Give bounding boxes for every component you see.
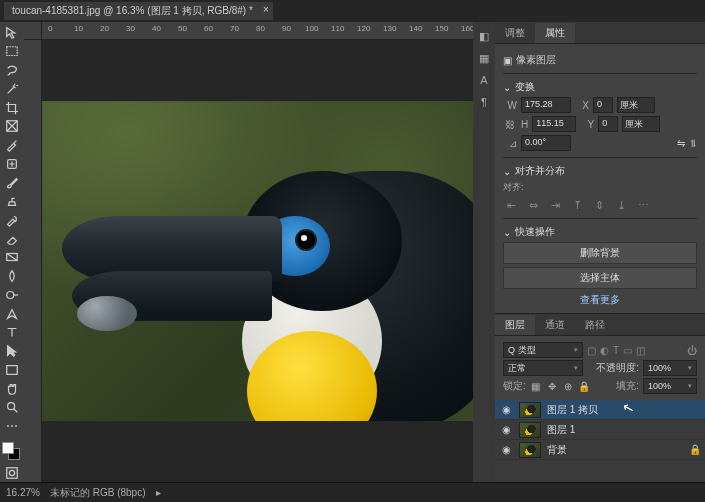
lock-position-icon[interactable]: ✥ bbox=[546, 381, 558, 392]
layer-thumbnail[interactable] bbox=[519, 402, 541, 418]
filter-smart-icon[interactable]: ◫ bbox=[636, 345, 645, 356]
horizontal-ruler[interactable]: 0 10 20 30 40 50 60 70 80 90 100 110 120… bbox=[42, 22, 473, 40]
frame-tool[interactable] bbox=[0, 118, 24, 136]
align-vcenter-icon[interactable]: ⇕ bbox=[591, 198, 607, 212]
filter-toggle-icon[interactable]: ⏻ bbox=[687, 345, 697, 356]
remove-background-button[interactable]: 删除背景 bbox=[503, 242, 697, 264]
align-right-icon[interactable]: ⇥ bbox=[547, 198, 563, 212]
see-more-link[interactable]: 查看更多 bbox=[503, 293, 697, 307]
distribute-more-icon[interactable]: ⋯ bbox=[635, 198, 651, 212]
layer-filter-type[interactable]: Q 类型▾ bbox=[503, 342, 583, 358]
lock-all-icon[interactable]: 🔒 bbox=[578, 381, 590, 392]
healing-tool[interactable] bbox=[0, 155, 24, 173]
width-field[interactable]: 175.28 bbox=[521, 97, 571, 113]
flip-horizontal-icon[interactable]: ⇋ bbox=[677, 138, 685, 149]
align-left-icon[interactable]: ⇤ bbox=[503, 198, 519, 212]
visibility-toggle-icon[interactable]: ◉ bbox=[499, 404, 513, 415]
align-hcenter-icon[interactable]: ⇔ bbox=[525, 198, 541, 212]
lock-icon: 🔒 bbox=[689, 444, 701, 455]
chevron-right-icon[interactable]: ▸ bbox=[156, 487, 161, 498]
fill-field[interactable]: 100%▾ bbox=[643, 378, 697, 394]
filter-adjust-icon[interactable]: ◐ bbox=[600, 345, 609, 356]
tab-paths[interactable]: 路径 bbox=[575, 315, 615, 335]
foreground-color-swatch[interactable] bbox=[2, 442, 14, 454]
link-wh-icon[interactable]: ⛓ bbox=[503, 119, 517, 130]
zoom-readout[interactable]: 16.27% bbox=[6, 487, 40, 498]
tab-adjustments[interactable]: 调整 bbox=[495, 23, 535, 43]
move-tool[interactable] bbox=[0, 24, 24, 42]
dodge-tool[interactable] bbox=[0, 286, 24, 304]
layer-list: ◉ 图层 1 拷贝 ◉ 图层 1 ◉ 背景 🔒 bbox=[495, 400, 705, 482]
layer-thumbnail[interactable] bbox=[519, 422, 541, 438]
tab-properties[interactable]: 属性 bbox=[535, 23, 575, 43]
properties-panel: ▣ 像素图层 ⌄ 变换 W 175.28 X 0 厘米 bbox=[495, 44, 705, 313]
opacity-field[interactable]: 100%▾ bbox=[643, 360, 697, 376]
tab-channels[interactable]: 通道 bbox=[535, 315, 575, 335]
x-label: X bbox=[575, 100, 589, 111]
ruler-tick: 40 bbox=[152, 24, 161, 33]
tab-layers[interactable]: 图层 bbox=[495, 315, 535, 335]
lasso-tool[interactable] bbox=[0, 61, 24, 79]
visibility-toggle-icon[interactable]: ◉ bbox=[499, 444, 513, 455]
height-field[interactable]: 115.15 bbox=[532, 116, 576, 132]
paragraph-panel-icon[interactable]: ¶ bbox=[476, 94, 492, 110]
x-field[interactable]: 0 bbox=[593, 97, 613, 113]
layer-thumbnail[interactable] bbox=[519, 442, 541, 458]
select-subject-button[interactable]: 选择主体 bbox=[503, 267, 697, 289]
filter-shape-icon[interactable]: ▭ bbox=[623, 345, 632, 356]
filter-type-icon[interactable]: T bbox=[613, 345, 619, 356]
lock-pixels-icon[interactable]: ▦ bbox=[530, 381, 542, 392]
layer-name[interactable]: 图层 1 拷贝 bbox=[547, 403, 598, 417]
flip-vertical-icon[interactable]: ⥮ bbox=[689, 138, 697, 149]
type-panel-icon[interactable]: A bbox=[476, 72, 492, 88]
type-tool[interactable] bbox=[0, 324, 24, 342]
quick-section-header[interactable]: ⌄ 快速操作 bbox=[503, 225, 697, 239]
document-tab[interactable]: toucan-4185381.jpg @ 16.3% (图层 1 拷贝, RGB… bbox=[4, 2, 273, 20]
lock-artboard-icon[interactable]: ⊕ bbox=[562, 381, 574, 392]
gradient-tool[interactable] bbox=[0, 249, 24, 267]
blend-mode-select[interactable]: 正常▾ bbox=[503, 360, 583, 376]
blur-tool[interactable] bbox=[0, 267, 24, 285]
layer-row[interactable]: ◉ 图层 1 拷贝 bbox=[495, 400, 705, 420]
eraser-tool[interactable] bbox=[0, 230, 24, 248]
close-tab-icon[interactable]: × bbox=[263, 4, 269, 15]
edit-toolbar[interactable]: ⋯ bbox=[0, 417, 24, 435]
marquee-tool[interactable] bbox=[0, 43, 24, 61]
rectangle-tool[interactable] bbox=[0, 361, 24, 379]
angle-field[interactable]: 0.00° bbox=[521, 135, 571, 151]
width-label: W bbox=[503, 100, 517, 111]
eyedropper-tool[interactable] bbox=[0, 136, 24, 154]
align-bottom-icon[interactable]: ⤓ bbox=[613, 198, 629, 212]
clone-stamp-tool[interactable] bbox=[0, 192, 24, 210]
doc-info[interactable]: 未标记的 RGB (8bpc) bbox=[50, 486, 146, 500]
y-field[interactable]: 0 bbox=[598, 116, 618, 132]
ruler-tick: 10 bbox=[74, 24, 83, 33]
brush-tool[interactable] bbox=[0, 174, 24, 192]
width-unit[interactable]: 厘米 bbox=[617, 97, 655, 113]
canvas-image[interactable] bbox=[42, 101, 473, 421]
hand-tool[interactable] bbox=[0, 380, 24, 398]
history-brush-tool[interactable] bbox=[0, 211, 24, 229]
layers-panel: 图层 通道 路径 Q 类型▾ ▢ ◐ T ▭ ◫ ⏻ bbox=[495, 313, 705, 482]
zoom-tool[interactable] bbox=[0, 398, 24, 416]
layer-row[interactable]: ◉ 图层 1 bbox=[495, 420, 705, 440]
path-select-tool[interactable] bbox=[0, 342, 24, 360]
transform-section-header[interactable]: ⌄ 变换 bbox=[503, 80, 697, 94]
layer-row[interactable]: ◉ 背景 🔒 bbox=[495, 440, 705, 460]
align-top-icon[interactable]: ⤒ bbox=[569, 198, 585, 212]
layer-name[interactable]: 背景 bbox=[547, 443, 567, 457]
color-panel-icon[interactable]: ◧ bbox=[476, 28, 492, 44]
magic-wand-tool[interactable] bbox=[0, 80, 24, 98]
filter-pixel-icon[interactable]: ▢ bbox=[587, 345, 596, 356]
align-section-header[interactable]: ⌄ 对齐并分布 bbox=[503, 164, 697, 178]
swatches-panel-icon[interactable]: ▦ bbox=[476, 50, 492, 66]
vertical-ruler[interactable] bbox=[24, 40, 42, 482]
layer-name[interactable]: 图层 1 bbox=[547, 423, 575, 437]
svg-point-6 bbox=[8, 403, 15, 410]
color-swatches[interactable] bbox=[0, 440, 24, 464]
visibility-toggle-icon[interactable]: ◉ bbox=[499, 424, 513, 435]
quick-mask-toggle[interactable] bbox=[0, 464, 24, 482]
pen-tool[interactable] bbox=[0, 305, 24, 323]
crop-tool[interactable] bbox=[0, 99, 24, 117]
height-unit[interactable]: 厘米 bbox=[622, 116, 660, 132]
